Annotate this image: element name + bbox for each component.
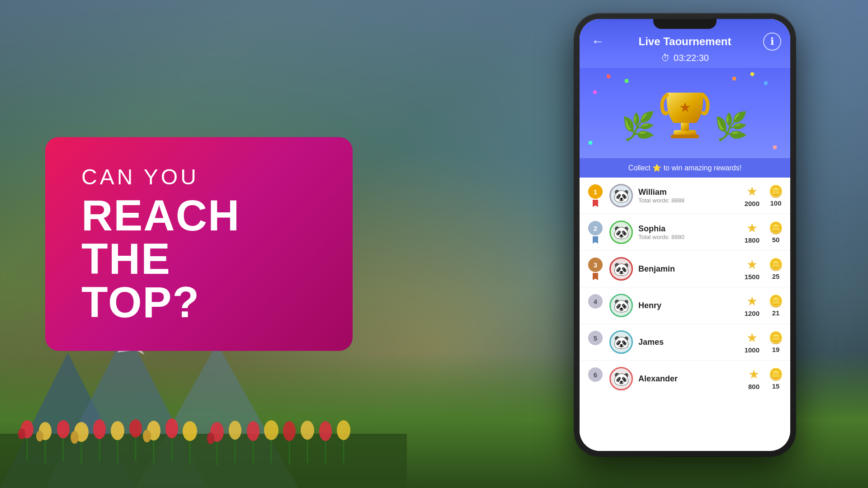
player-name: Alexander: [638, 374, 743, 384]
player-info: Benjamin: [638, 264, 739, 274]
star-count: 1200: [745, 310, 760, 317]
confetti-5: [592, 89, 597, 94]
star-count: 2000: [745, 200, 760, 207]
rank-ribbon: [593, 236, 598, 244]
coin-count: 19: [772, 346, 780, 353]
coin-count: 50: [772, 236, 780, 244]
score-star: ★800: [748, 367, 760, 390]
phone-notch: [653, 19, 717, 29]
rank-ribbon: [593, 273, 598, 280]
leaderboard-row: 3🐼Benjamin★1500🪙25: [580, 251, 790, 287]
coin-count: 25: [772, 272, 780, 280]
player-words: Total words: 8888: [638, 197, 739, 204]
player-avatar: 🐼: [609, 184, 633, 207]
star-count: 1500: [745, 273, 760, 281]
phone-screen: ← Live Taournement ℹ ⏱ 03:22:30: [580, 19, 790, 451]
score-star: ★2000: [745, 184, 760, 207]
trophy-container: 🌿: [622, 86, 748, 140]
coins: 🪙21: [769, 294, 783, 317]
confetti-1: [606, 74, 611, 79]
player-name: William: [638, 188, 739, 197]
phone-outer: ← Live Taournement ℹ ⏱ 03:22:30: [574, 14, 796, 456]
tagline-line2: REACH THE TOP?: [81, 194, 316, 324]
coins: 🪙15: [769, 367, 783, 390]
rank-circle: 3: [588, 258, 603, 272]
timer-value: 03:22:30: [674, 53, 709, 63]
collect-bar: Collect ⭐ to win amazing rewards!: [580, 158, 790, 178]
player-name: Henry: [638, 301, 739, 310]
rank-circle: 1: [588, 184, 603, 199]
rank-ribbon: [593, 200, 598, 207]
confetti-2: [624, 79, 629, 83]
star-icon: ★: [746, 330, 758, 345]
player-name: James: [638, 338, 739, 347]
app-title: Live Taournement: [607, 35, 763, 48]
score-star: ★1000: [745, 330, 760, 354]
timer-icon: ⏱: [661, 53, 670, 63]
laurel-right: 🌿: [714, 113, 748, 140]
leaderboard-row: 6🐼Alexander★800🪙15: [580, 361, 790, 397]
leaderboard: 1🐼WilliamTotal words: 8888★2000🪙1002🐼Sop…: [580, 178, 790, 451]
player-info: Henry: [638, 301, 739, 310]
rank-badge: 5: [587, 331, 604, 353]
laurel-left: 🌿: [622, 113, 656, 140]
coin-count: 100: [770, 199, 781, 207]
player-info: Alexander: [638, 374, 743, 384]
star-count: 800: [748, 383, 760, 390]
player-info: WilliamTotal words: 8888: [638, 188, 739, 204]
star-count: 1800: [745, 236, 760, 244]
coin-stack-icon: 🪙: [769, 294, 783, 308]
coin-stack-icon: 🪙: [769, 258, 783, 272]
collect-text: Collect ⭐ to win amazing rewards!: [628, 164, 741, 172]
coins: 🪙100: [769, 184, 783, 207]
trophy-area: 🌿: [580, 68, 790, 158]
star-icon: ★: [746, 184, 758, 199]
coins: 🪙25: [769, 258, 783, 280]
player-avatar: 🐼: [609, 330, 633, 354]
leaderboard-row: 1🐼WilliamTotal words: 8888★2000🪙100: [580, 178, 790, 214]
rank-badge: 2: [587, 221, 604, 244]
player-name: Sophia: [638, 224, 739, 234]
player-name: Benjamin: [638, 264, 739, 274]
leaderboard-row: 4🐼Henry★1200🪙21: [580, 287, 790, 324]
player-avatar: 🐼: [609, 221, 633, 244]
rank-badge: 3: [587, 258, 604, 280]
svg-rect-48: [681, 123, 689, 131]
coin-stack-icon: 🪙: [769, 221, 783, 235]
app-content: ← Live Taournement ℹ ⏱ 03:22:30: [580, 19, 790, 451]
coin-count: 15: [772, 382, 780, 390]
svg-rect-47: [671, 135, 699, 138]
star-icon: ★: [746, 221, 758, 235]
rank-badge: 6: [587, 367, 604, 390]
player-avatar: 🐼: [609, 294, 633, 317]
info-button[interactable]: ℹ: [763, 33, 781, 51]
player-words: Total words: 8880: [638, 234, 739, 240]
rank-circle: 2: [588, 221, 603, 235]
star-icon: ★: [748, 367, 760, 382]
phone: ← Live Taournement ℹ ⏱ 03:22:30: [574, 14, 796, 456]
rank-circle: 6: [588, 367, 603, 382]
player-info: James: [638, 338, 739, 347]
rank-badge: 4: [587, 294, 604, 317]
header-top-row: ← Live Taournement ℹ: [589, 33, 781, 51]
star-icon: ★: [746, 294, 758, 309]
trophy-svg: ★: [660, 86, 710, 140]
coin-stack-icon: 🪙: [769, 331, 783, 345]
rank-badge: 1: [587, 184, 604, 207]
star-count: 1000: [745, 346, 760, 354]
confetti-7: [589, 141, 592, 145]
coins: 🪙50: [769, 221, 783, 244]
confetti-4: [764, 81, 768, 85]
confetti-3: [750, 72, 755, 77]
tagline-line1: CAN YOU: [81, 164, 316, 189]
timer-row: ⏱ 03:22:30: [589, 53, 781, 63]
back-button[interactable]: ←: [589, 33, 607, 51]
coin-stack-icon: 🪙: [769, 184, 783, 198]
star-icon: ★: [746, 257, 758, 272]
coin-count: 21: [772, 309, 780, 317]
leaderboard-row: 2🐼SophiaTotal words: 8880★1800🪙50: [580, 214, 790, 251]
confetti-6: [732, 77, 736, 80]
confetti-8: [773, 145, 777, 149]
player-avatar: 🐼: [609, 257, 633, 281]
coin-stack-icon: 🪙: [769, 367, 783, 381]
